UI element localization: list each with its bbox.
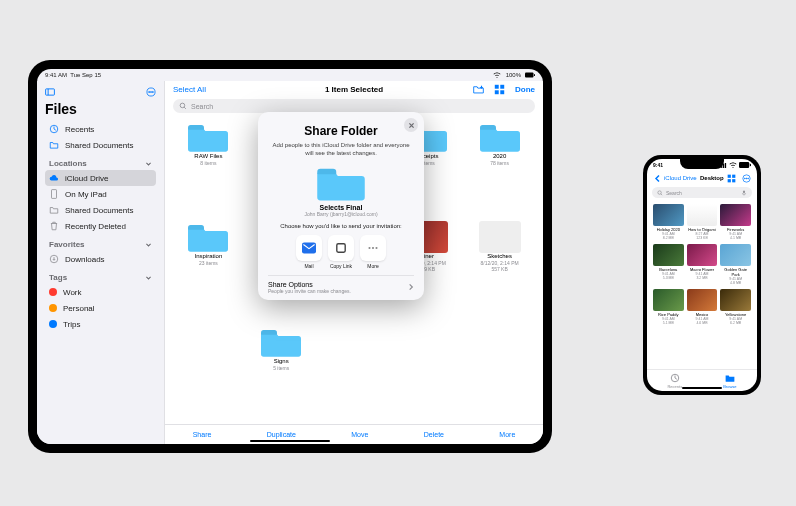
file-item[interactable]: How to Origami8:27 AM 123 KB <box>687 204 718 240</box>
status-battery: 100% <box>506 72 521 78</box>
done-button[interactable]: Done <box>515 85 535 94</box>
sidebar-section-favorites[interactable]: Favorites <box>45 240 156 249</box>
mail-icon <box>302 241 316 255</box>
back-label: iCloud Drive <box>664 175 697 181</box>
sidebar-item-label: Trips <box>63 320 80 329</box>
sidebar: Files Recents Shared Documents Locations… <box>37 81 165 444</box>
tab-recents[interactable]: Recents <box>667 373 682 389</box>
svg-rect-37 <box>743 190 745 193</box>
popover-subtitle: Choose how you'd like to send your invit… <box>280 223 402 229</box>
file-meta: 8 items <box>200 160 216 166</box>
svg-rect-14 <box>495 90 499 94</box>
share-folder-popover: Share Folder Add people to this iCloud D… <box>258 112 424 300</box>
sidebar-item-label: Recently Deleted <box>65 222 126 231</box>
file-item[interactable]: Inspiration23 items <box>173 221 244 323</box>
new-folder-icon[interactable]: + <box>473 84 484 95</box>
share-option-copylink[interactable]: Copy Link <box>328 235 354 269</box>
share-option-label: More <box>367 263 378 269</box>
grid-icon[interactable] <box>494 84 505 95</box>
search-input[interactable]: Search <box>173 99 535 113</box>
file-item[interactable]: Rice Paddy9:41 AM 5.1 MB <box>653 289 684 325</box>
file-item[interactable]: Mexico9:41 AM 4.6 MB <box>687 289 718 325</box>
home-indicator[interactable] <box>682 387 722 389</box>
search-icon <box>179 102 187 110</box>
duplicate-button[interactable]: Duplicate <box>267 431 296 438</box>
file-item[interactable]: Golden Gate Park9:41 AM 4.8 MB <box>720 244 751 285</box>
file-item[interactable]: Holiday 20209:41 AM 8.2 MB <box>653 204 684 240</box>
sidebar-toggle-icon[interactable] <box>45 87 55 97</box>
file-item[interactable]: Sketches8/12/20, 2:14 PM 557 KB <box>464 221 535 323</box>
clock-icon <box>670 373 680 383</box>
sidebar-item-label: Shared Documents <box>65 141 133 150</box>
sidebar-item-shared-docs-top[interactable]: Shared Documents <box>45 137 156 153</box>
sidebar-item-trash[interactable]: Recently Deleted <box>45 218 156 234</box>
file-name: Sketches <box>487 253 512 259</box>
select-all-button[interactable]: Select All <box>173 85 206 94</box>
sidebar-item-onmyipad[interactable]: On My iPad <box>45 186 156 202</box>
svg-point-20 <box>372 247 374 249</box>
sidebar-tag-work[interactable]: Work <box>45 284 156 300</box>
status-time: 9:41 <box>653 162 663 168</box>
popover-user: John Barry (jbarry1@icloud.com) <box>304 211 377 217</box>
share-options-row[interactable]: Share OptionsPeople you invite can make … <box>268 275 414 296</box>
share-option-more[interactable]: More <box>360 235 386 269</box>
sidebar-section-locations[interactable]: Locations <box>45 159 156 168</box>
folder-preview-icon <box>316 164 366 202</box>
ipad-icon <box>49 189 59 199</box>
file-meta: 8/12/20, 2:14 PM 557 KB <box>481 260 519 272</box>
svg-rect-1 <box>534 74 535 76</box>
close-icon <box>408 122 415 129</box>
iphone-navbar: iCloud Drive Desktop <box>647 171 757 185</box>
share-option-mail[interactable]: Mail <box>296 235 322 269</box>
cloud-icon <box>49 173 59 183</box>
sidebar-item-shared-docs[interactable]: Shared Documents <box>45 202 156 218</box>
chevron-down-icon <box>145 241 152 248</box>
svg-point-36 <box>658 190 661 193</box>
home-indicator[interactable] <box>250 440 330 442</box>
file-item[interactable]: Yellowstone9:41 AM 6.2 MB <box>720 289 751 325</box>
sidebar-item-icloud[interactable]: iCloud Drive <box>45 170 156 186</box>
status-time: 9:41 AM <box>45 72 67 78</box>
sidebar-item-label: Work <box>63 288 82 297</box>
more-icon[interactable] <box>146 87 156 97</box>
sidebar-section-tags[interactable]: Tags <box>45 273 156 282</box>
share-button[interactable]: Share <box>193 431 212 438</box>
sidebar-tag-trips[interactable]: Trips <box>45 316 156 332</box>
file-item[interactable]: Macro Flower9:41 AM 3.2 MB <box>687 244 718 285</box>
svg-rect-9 <box>52 190 57 199</box>
grid-icon[interactable] <box>727 174 736 183</box>
move-button[interactable]: Move <box>351 431 368 438</box>
file-meta: 78 items <box>490 160 509 166</box>
file-item[interactable]: 202078 items <box>464 121 535 217</box>
close-button[interactable] <box>404 118 418 132</box>
chevron-down-icon <box>145 160 152 167</box>
file-item[interactable]: RAW Files8 items <box>173 121 244 217</box>
sidebar-item-downloads[interactable]: Downloads <box>45 251 156 267</box>
file-name: RAW Files <box>194 153 222 159</box>
wifi-icon <box>492 72 502 78</box>
notch <box>680 159 724 169</box>
file-thumb <box>720 289 751 311</box>
sidebar-item-recents[interactable]: Recents <box>45 121 156 137</box>
back-button[interactable]: iCloud Drive <box>653 174 697 183</box>
file-item[interactable]: Fireworks9:41 AM 4.1 MB <box>720 204 751 240</box>
more-icon[interactable] <box>742 174 751 183</box>
svg-point-33 <box>744 178 745 179</box>
mic-icon[interactable] <box>741 190 747 196</box>
iphone-device: 9:41 iCloud Drive Desktop Search Holiday… <box>643 155 761 395</box>
popover-title: Share Folder <box>304 124 377 138</box>
navbar-title: Desktop <box>700 175 724 181</box>
popover-description: Add people to this iCloud Drive folder a… <box>268 142 414 158</box>
sidebar-item-label: iCloud Drive <box>65 174 109 183</box>
svg-rect-30 <box>728 179 731 182</box>
sidebar-tag-personal[interactable]: Personal <box>45 300 156 316</box>
more-button[interactable]: More <box>499 431 515 438</box>
svg-rect-17 <box>302 242 316 253</box>
file-item[interactable]: Barcelona9:41 AM 5.3 MB <box>653 244 684 285</box>
tab-label: Recents <box>667 384 682 389</box>
file-item[interactable]: Signs5 items <box>246 326 317 422</box>
status-date: Tue Sep 15 <box>70 72 101 78</box>
delete-button[interactable]: Delete <box>424 431 444 438</box>
tab-browse[interactable]: Browse <box>723 373 736 389</box>
iphone-search-input[interactable]: Search <box>652 187 752 198</box>
